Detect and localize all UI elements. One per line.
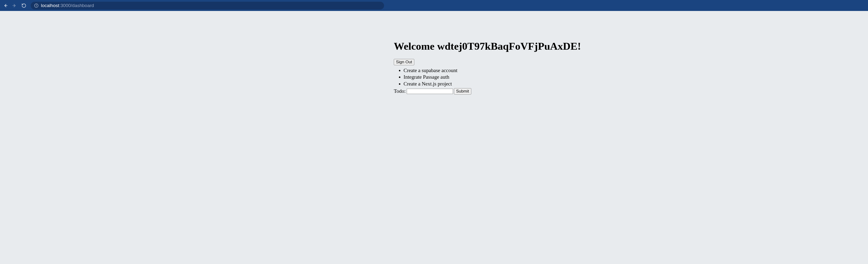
submit-button[interactable]: Submit <box>454 88 471 95</box>
todo-label: Todo: <box>394 88 406 94</box>
url-text: localhost:3000/dashboard <box>41 3 94 8</box>
back-icon[interactable] <box>2 3 8 8</box>
browser-toolbar: localhost:3000/dashboard <box>0 0 868 11</box>
list-item: Integrate Passage auth <box>404 74 619 80</box>
forward-icon[interactable] <box>12 3 18 8</box>
url-path: :3000/dashboard <box>59 3 94 8</box>
page-body: Welcome wdtej0T97kBaqFoVFjPuAxDE! Sign O… <box>0 11 868 95</box>
address-bar[interactable]: localhost:3000/dashboard <box>31 2 384 9</box>
todo-form: Todo: Submit <box>394 88 619 95</box>
url-host: localhost <box>41 3 59 8</box>
list-item: Create a Next.js project <box>404 80 619 87</box>
list-item: Create a supabase account <box>404 67 619 74</box>
todo-list: Create a supabase account Integrate Pass… <box>394 67 619 87</box>
sign-out-button[interactable]: Sign Out <box>394 59 414 65</box>
nav-button-group <box>2 3 29 8</box>
reload-icon[interactable] <box>21 3 27 8</box>
todo-input[interactable] <box>407 89 453 94</box>
info-icon[interactable] <box>34 3 38 8</box>
page-title: Welcome wdtej0T97kBaqFoVFjPuAxDE! <box>394 40 619 52</box>
